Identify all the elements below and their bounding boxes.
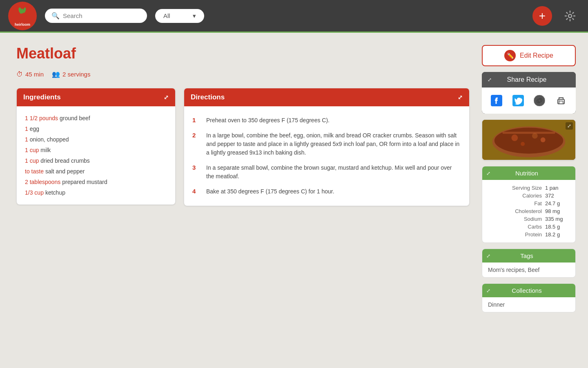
- tags-header: ⤢ Tags: [482, 249, 575, 263]
- recipe-content: Meatloaf ⏱ 45 min 👥 2 servings Ingredien…: [16, 45, 470, 360]
- edit-recipe-button[interactable]: ✏️ Edit Recipe: [482, 45, 576, 66]
- app-logo[interactable]: heirloom: [8, 2, 37, 30]
- list-item: 4Bake at 350 degrees F (175 degrees C) f…: [192, 184, 461, 199]
- nutrition-sodium: Sodium 335 mg: [488, 215, 570, 223]
- search-input[interactable]: [63, 12, 140, 19]
- nutrition-cholesterol: Cholesterol 98 mg: [488, 207, 570, 215]
- svg-point-16: [521, 142, 525, 146]
- photo-expand-icon[interactable]: ⤢: [566, 122, 573, 130]
- main-content: Meatloaf ⏱ 45 min 👥 2 servings Ingredien…: [0, 33, 588, 368]
- list-item: 1/3 cup ketchup: [25, 187, 167, 198]
- list-item: 2 tablespoons prepared mustard: [25, 177, 167, 187]
- svg-rect-9: [559, 101, 563, 104]
- svg-point-4: [568, 14, 572, 18]
- expand-ingredients-icon[interactable]: ⤢: [164, 94, 169, 101]
- directions-list: 1Preheat oven to 350 degrees F (175 degr…: [184, 106, 469, 206]
- nutrition-fat: Fat 24.7 g: [488, 200, 570, 207]
- list-item: 1 egg: [25, 123, 167, 134]
- share-recipe-card: ⤢ Share Recipe: [482, 72, 576, 114]
- list-item: 2In a large bowl, combine the beef, egg,…: [192, 128, 461, 160]
- tags-body: Mom's recipes, Beef: [482, 263, 575, 277]
- header: heirloom 🔍 All ▾ +: [0, 0, 588, 33]
- recipe-meta: ⏱ 45 min 👥 2 servings: [16, 70, 470, 78]
- nutrition-body: Serving Size 1 pan Calories 372 Fat 24.7…: [482, 180, 575, 242]
- list-item: 1 cup dried bread crumbs: [25, 155, 167, 166]
- directions-card: Directions ⤢ 1Preheat oven to 350 degree…: [184, 88, 470, 206]
- nutrition-serving-size: Serving Size 1 pan: [488, 184, 570, 192]
- chevron-down-icon: ▾: [193, 12, 196, 20]
- tags-expand-icon[interactable]: ⤢: [486, 253, 490, 259]
- servings-icon: 👥: [52, 70, 60, 78]
- recipe-photo: ⤢: [482, 119, 576, 160]
- facebook-share-button[interactable]: [489, 93, 504, 108]
- svg-point-17: [532, 133, 538, 139]
- list-item: 1 onion, chopped: [25, 134, 167, 145]
- recipe-time: ⏱ 45 min: [16, 71, 44, 78]
- list-item: 3In a separate small bowl, combine the b…: [192, 160, 461, 184]
- nutrition-header: ⤢ Nutrition: [482, 166, 575, 180]
- list-item: 1 cup milk: [25, 145, 167, 155]
- svg-rect-7: [534, 95, 545, 106]
- svg-point-10: [559, 100, 559, 101]
- ingredients-header: Ingredients ⤢: [17, 88, 175, 106]
- clock-icon: ⏱: [16, 71, 23, 78]
- svg-rect-18: [503, 132, 555, 134]
- print-share-button[interactable]: [554, 93, 568, 108]
- expand-directions-icon[interactable]: ⤢: [458, 94, 463, 101]
- recipe-panels: Ingredients ⤢ 1 1/2 pounds ground beef1 …: [16, 88, 470, 206]
- list-item: 1Preheat oven to 350 degrees F (175 degr…: [192, 113, 461, 128]
- collections-expand-icon[interactable]: ⤢: [486, 288, 490, 294]
- list-item: 1 1/2 pounds ground beef: [25, 113, 167, 123]
- collections-body: Dinner: [482, 297, 575, 312]
- filter-value: All: [163, 12, 170, 19]
- list-item: to taste salt and pepper: [25, 166, 167, 177]
- edit-icon: ✏️: [504, 50, 516, 61]
- tags-card: ⤢ Tags Mom's recipes, Beef: [482, 249, 576, 278]
- nutrition-carbs: Carbs 18.5 g: [488, 223, 570, 231]
- share-expand-icon[interactable]: ⤢: [488, 77, 492, 83]
- nutrition-card: ⤢ Nutrition Serving Size 1 pan Calories …: [482, 166, 576, 243]
- nutrition-calories: Calories 372: [488, 192, 570, 200]
- collections-header: ⤢ Collections: [482, 284, 575, 297]
- svg-point-14: [511, 135, 518, 141]
- search-icon: 🔍: [51, 12, 60, 20]
- svg-point-15: [541, 137, 546, 142]
- share-icons-row: [482, 88, 576, 114]
- search-box[interactable]: 🔍: [45, 9, 147, 23]
- recipe-servings: 👥 2 servings: [52, 70, 90, 78]
- nutrition-expand-icon[interactable]: ⤢: [486, 171, 490, 176]
- ingredients-card: Ingredients ⤢ 1 1/2 pounds ground beef1 …: [16, 88, 176, 205]
- twitter-share-button[interactable]: [511, 93, 526, 108]
- recipe-photo-image: ⤢: [482, 120, 575, 160]
- share-recipe-header: ⤢ Share Recipe: [482, 72, 576, 88]
- directions-header: Directions ⤢: [184, 88, 469, 106]
- sidebar: ✏️ Edit Recipe ⤢ Share Recipe: [482, 45, 576, 360]
- svg-point-3: [22, 9, 24, 13]
- settings-button[interactable]: [560, 6, 580, 26]
- logo-text: heirloom: [8, 22, 37, 27]
- link-share-button[interactable]: [532, 93, 547, 108]
- collections-card: ⤢ Collections Dinner: [482, 283, 576, 312]
- recipe-title: Meatloaf: [16, 45, 470, 62]
- nutrition-protein: Protein 18.2 g: [488, 231, 570, 238]
- ingredients-list: 1 1/2 pounds ground beef1 egg1 onion, ch…: [17, 106, 175, 204]
- filter-dropdown[interactable]: All ▾: [155, 9, 204, 23]
- add-recipe-button[interactable]: +: [532, 6, 552, 26]
- svg-point-13: [494, 128, 564, 153]
